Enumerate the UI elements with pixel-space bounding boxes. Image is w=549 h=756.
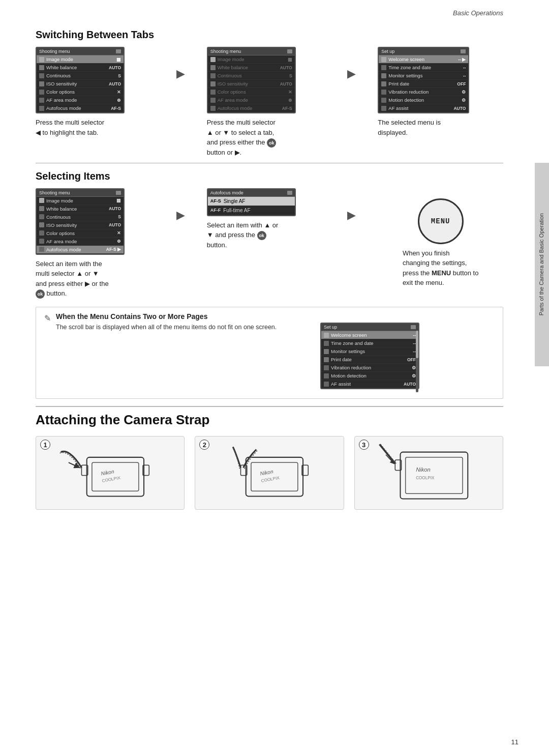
section2-caption3: When you finishchanging the settings,pre…: [403, 248, 479, 288]
strap-images-row: 1 Nikon COOLPIX: [36, 436, 503, 510]
strap-image-1: 1 Nikon COOLPIX: [36, 436, 185, 510]
strap-image-3: 3 Nikon COOLPIX: [354, 436, 503, 510]
side-tab-text: Parts of the Camera and Basic Operation: [538, 213, 545, 315]
svg-text:Nikon: Nikon: [416, 467, 431, 473]
section1-col1: Shooting menu Image mode ▦ White balance…: [36, 47, 161, 137]
header-title: Basic Operations: [453, 9, 503, 17]
page-number: 11: [511, 738, 518, 746]
lcd-screen-4: Shooting menu Image mode ▦ White balance…: [36, 188, 125, 255]
section2-title: Selecting Items: [36, 170, 503, 182]
lcd-screen-2: Shooting menu Image mode ▦ White balance…: [207, 47, 296, 113]
menu-button-diagram: MENU: [418, 198, 464, 244]
arrow4: ▶: [347, 188, 362, 222]
arrow2: ▶: [347, 47, 362, 80]
arrow1: ▶: [176, 47, 192, 80]
section1-col2: Shooting menu Image mode ▦ White balance…: [207, 47, 332, 158]
arrow3: ▶: [176, 188, 192, 222]
section2-col1: Shooting menu Image mode ▦ White balance…: [36, 188, 161, 299]
strap-number-3: 3: [359, 440, 369, 450]
section2-diagram-row: Shooting menu Image mode ▦ White balance…: [36, 188, 503, 299]
svg-text:COOLPIX: COOLPIX: [416, 476, 435, 480]
svg-text:Nikon: Nikon: [101, 469, 115, 476]
svg-text:COOLPIX: COOLPIX: [102, 476, 121, 483]
strap-number-1: 1: [40, 440, 50, 450]
note-box: ✎ When the Menu Contains Two or More Pag…: [36, 307, 503, 399]
lcd-screen-5: Autofocus mode AF-S Single AF AF-F Full-…: [207, 188, 296, 216]
lcd-screen-3: Set up Welcome screen -- ▶ Time zone and…: [378, 47, 469, 113]
divider1: [36, 163, 503, 163]
svg-text:Nikon: Nikon: [260, 469, 274, 476]
section2-caption2: Select an item with ▲ or▼ and press the …: [207, 220, 279, 250]
section1-caption2: Press the multi selector▲ or ▼ to select…: [207, 118, 277, 158]
note-title: When the Menu Contains Two or More Pages: [56, 312, 495, 321]
section1-caption3: The selected menu isdisplayed.: [378, 118, 441, 137]
section2-caption1: Select an item with themulti selector ▲ …: [36, 259, 109, 299]
section3-title: Attaching the Camera Strap: [36, 406, 503, 428]
side-tab: Parts of the Camera and Basic Operation: [535, 163, 549, 366]
note-text: The scroll bar is displayed when all of …: [56, 323, 310, 332]
section1-caption1: Press the multi selector◀ to highlight t…: [36, 118, 104, 137]
note-icon: ✎: [44, 313, 51, 323]
lcd-screen-note: Set up Welcome screen -- Time zone and d…: [320, 323, 419, 389]
section1-diagram-row: Shooting menu Image mode ▦ White balance…: [36, 47, 503, 158]
lcd-screen-1: Shooting menu Image mode ▦ White balance…: [36, 47, 125, 113]
strap-image-2: 2 Nikon COOLPIX: [195, 436, 344, 510]
page-header: Basic Operations: [0, 0, 549, 17]
section2-col2: Autofocus mode AF-S Single AF AF-F Full-…: [207, 188, 332, 250]
section1-title: Switching Between Tabs: [36, 29, 503, 41]
note-content: When the Menu Contains Two or More Pages…: [56, 312, 495, 393]
svg-text:COOLPIX: COOLPIX: [261, 476, 280, 483]
section1-col3: Set up Welcome screen -- ▶ Time zone and…: [378, 47, 503, 137]
section2-col3: MENU When you finishchanging the setting…: [378, 188, 503, 288]
